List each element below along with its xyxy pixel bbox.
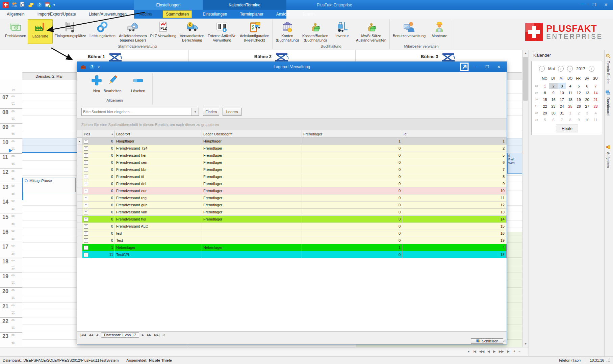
scrollbar-thumb[interactable] <box>523 57 528 101</box>
expand-icon[interactable]: + <box>84 224 88 229</box>
cell-oberbegriff[interactable]: Fremdlager <box>202 202 302 208</box>
scheduler-nav-glyph[interactable]: |◀ <box>473 349 476 353</box>
cell-oberbegriff[interactable]: Nebenlager <box>202 244 302 251</box>
scheduler-nav-glyph[interactable]: ▶▶ <box>499 349 504 353</box>
calendar-day[interactable]: 27 <box>583 103 591 109</box>
nav-next-icon[interactable]: ◁ <box>162 333 165 337</box>
cell-oberbegriff[interactable]: Fremdlager <box>202 216 302 223</box>
cell-id[interactable]: 6 <box>402 159 506 166</box>
record-navigator[interactable]: |◀◀◀◀◀Datensatz 1 von 17▶▶▶▶▶|◁ <box>77 331 507 338</box>
prev-month-icon[interactable]: ‹ <box>539 66 545 72</box>
ribbon-tab-terminplaner[interactable]: Terminplaner <box>238 10 265 18</box>
cell-oberbegriff[interactable]: Fremdlager <box>202 194 302 201</box>
calendar-day[interactable]: 18 <box>566 96 574 103</box>
calendar-day[interactable]: 22 <box>541 103 549 109</box>
scheduler-nav-glyph[interactable]: ◀ <box>487 349 490 353</box>
customize-chevron-icon[interactable]: ▾ <box>53 3 55 7</box>
scheduler-nav-glyph[interactable]: ▶| <box>507 349 510 353</box>
table-row-nebenlager[interactable]: +1NebenlagerNebenlager14 <box>77 244 507 251</box>
calendar-day[interactable]: 1 <box>566 110 574 116</box>
calendar-day[interactable]: 2 <box>574 110 583 116</box>
versandkosten-button[interactable]: €Versandkosten Berechnung <box>178 19 206 44</box>
mwst-s-tze-button[interactable]: MwSt Sätze Ausland verwalten <box>354 19 388 44</box>
calendar-day[interactable]: 9 <box>574 116 583 123</box>
cell-oberbegriff[interactable]: Fremdlager <box>202 159 302 166</box>
users-icon[interactable] <box>11 2 17 8</box>
cell-fremdlager[interactable]: 0 <box>302 173 402 180</box>
monteure-button[interactable]: Monteure <box>427 19 452 44</box>
calendar-day[interactable]: 11 <box>591 116 600 123</box>
preisklassen-button[interactable]: Preisklassen <box>3 19 28 44</box>
cell-fremdlager[interactable]: 0 <box>302 237 402 244</box>
expand-icon[interactable]: + <box>84 238 88 243</box>
telefon-label[interactable]: Telefon (Tapi) <box>558 358 581 362</box>
table-row-fremdversand-tys[interactable]: +0Fremdversand tysFremdlager014 <box>77 216 507 223</box>
ribbon-tab-einstellungen[interactable]: Einstellungen <box>201 10 229 18</box>
cell-fremdlager[interactable]: 0 <box>302 230 402 237</box>
vertical-scrollbar[interactable]: ▲ ▼ <box>522 50 529 347</box>
scroll-up-icon[interactable]: ▲ <box>522 50 529 56</box>
scheduler-nav-glyph[interactable]: ▸ <box>468 349 470 353</box>
search-input[interactable] <box>82 108 195 115</box>
help-icon[interactable]: ? <box>36 2 43 8</box>
calendar-day[interactable]: 31 <box>558 110 566 116</box>
cell-id[interactable]: 18 <box>402 251 506 258</box>
search-doc-icon[interactable] <box>20 2 26 8</box>
expand-icon[interactable]: + <box>84 153 88 158</box>
cell-lagerort[interactable]: Nebenlager <box>115 244 202 251</box>
scheduler-nav-glyph[interactable]: + <box>513 349 515 353</box>
dialog-maximize-button[interactable]: ❐ <box>482 63 493 71</box>
finden-button[interactable]: Finden <box>203 108 219 116</box>
inventur-button[interactable]: Inventur <box>330 19 354 44</box>
table-row-fremdversand-bbr[interactable]: +0Fremdversand bbrFremdlager07 <box>77 166 507 173</box>
calendar-day[interactable]: 11 <box>566 89 574 96</box>
cell-id[interactable]: 4 <box>402 244 506 251</box>
minimize-button[interactable]: — <box>577 0 589 9</box>
nav-prev-icon[interactable]: ◀◀ <box>88 333 93 337</box>
cell-id[interactable]: 9 <box>402 180 506 187</box>
side-tab-dashboard[interactable]: Dashboard <box>606 90 611 115</box>
cell-lagerort[interactable]: Fremdversand reg <box>115 194 202 201</box>
cell-id[interactable]: 10 <box>402 187 506 194</box>
expand-icon[interactable]: + <box>84 160 88 165</box>
cell-lagerort[interactable]: Test <box>115 237 202 244</box>
expand-icon[interactable]: + <box>84 146 88 151</box>
table-row-fremdversand-eur[interactable]: +0Fremdversand eurFremdlager010 <box>77 187 507 194</box>
table-row-fremdversand-hei[interactable]: +0Fremdversand heiFremdlager05 <box>77 152 507 159</box>
expand-icon[interactable]: + <box>84 175 88 179</box>
externe-artikelnr--button[interactable]: Externe ArtikelNr. Verwaltung <box>206 19 238 44</box>
calendar-day[interactable]: 5 <box>574 83 583 89</box>
nav-next-icon[interactable]: ▶ <box>142 333 144 337</box>
cell-oberbegriff[interactable]: Fremdlager <box>202 145 302 152</box>
table-row-test[interactable]: +0test016 <box>77 230 507 237</box>
cell-lagerort[interactable]: Fremdversand bbr <box>115 166 202 173</box>
cell-fremdlager[interactable]: 0 <box>302 145 402 152</box>
next-year-icon[interactable]: › <box>589 66 594 72</box>
achskonfiguration-button[interactable]: Achskonfiguration (FleetCheck) <box>238 19 271 44</box>
dialog-resize-grip[interactable] <box>503 339 506 342</box>
cell-id[interactable]: 8 <box>402 173 506 180</box>
expand-icon[interactable]: + <box>84 182 88 186</box>
calendar-day[interactable]: 6 <box>549 116 558 123</box>
cell-lagerort[interactable]: Fremdversand del <box>115 180 202 187</box>
cell-oberbegriff[interactable]: Fremdlager <box>202 209 302 215</box>
cell-lagerort[interactable]: Fremdversand sen <box>115 159 202 166</box>
ribbon-tab-ansicht[interactable]: Ansicht <box>274 10 291 18</box>
table-row-fremdversand-t24[interactable]: +0Fremdversand T24Fremdlager02 <box>77 145 507 152</box>
cell-fremdlager[interactable]: 0 <box>302 223 402 230</box>
ribbon-tab-termin[interactable]: Termin <box>300 10 316 18</box>
calendar-day[interactable]: 28 <box>591 103 600 109</box>
calendar-day[interactable]: 19 <box>574 96 583 103</box>
calendar-day[interactable]: 25 <box>566 103 574 109</box>
calendar-day[interactable]: 2 <box>549 83 558 89</box>
calendar-day[interactable]: 3 <box>583 110 591 116</box>
search-dropdown-icon[interactable]: ▼ <box>191 108 199 115</box>
bearbeiten-button[interactable]: Bearbeiten <box>100 75 125 93</box>
cell-lagerort[interactable]: Fremdversand eur <box>115 187 202 194</box>
ribbon-tab-listen-auswertungen[interactable]: Listen/Auswertungen <box>87 10 129 18</box>
ribbon-tab-addins[interactable]: AddIns <box>137 10 154 18</box>
cell-fremdlager[interactable]: 1 <box>302 138 402 145</box>
cell-lagerort[interactable]: test <box>115 230 202 237</box>
cell-oberbegriff[interactable]: Fremdlager <box>202 180 302 187</box>
coins-icon[interactable] <box>28 2 34 8</box>
